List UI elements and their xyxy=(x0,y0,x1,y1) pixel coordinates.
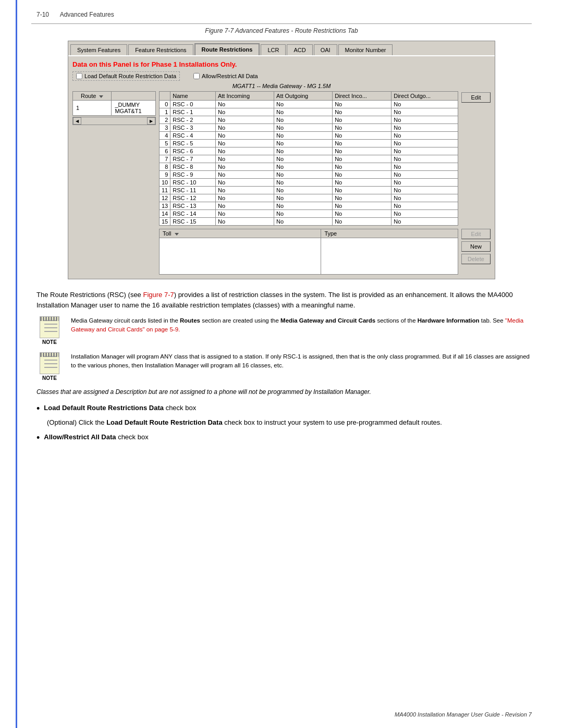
rsc-att-out: No xyxy=(274,140,333,147)
figure-link[interactable]: Figure 7-7 xyxy=(143,291,174,299)
rsc-dir-out-header[interactable]: Direct Outgo... xyxy=(391,92,458,101)
tab-oai[interactable]: OAI xyxy=(314,44,337,55)
edit-bottom-button[interactable]: Edit xyxy=(461,229,491,239)
note-1-icon: NOTE xyxy=(36,316,63,345)
rsc-row[interactable]: 2 RSC - 2 No No No No xyxy=(160,116,458,124)
rsc-att-in: No xyxy=(215,155,274,163)
rsc-dir-in: No xyxy=(333,179,391,187)
delete-button[interactable]: Delete xyxy=(461,254,491,264)
note-1-section: NOTE Media Gateway circuit cards listed … xyxy=(36,316,532,345)
load-checkbox[interactable] xyxy=(76,73,82,79)
type-cell xyxy=(321,238,458,275)
bullet-2-text: (Optional) Click the Load Default Route … xyxy=(47,417,532,428)
rsc-table: Name Att Incoming Att Outgoing Direct In… xyxy=(159,91,458,226)
rsc-dir-in-header[interactable]: Direct Inco... xyxy=(333,92,391,101)
phase-notice: Data on this Panel is for Phase 1 Instal… xyxy=(72,60,491,68)
note-2-text: Installation Manager will program ANY cl… xyxy=(71,352,532,371)
rsc-dir-in: No xyxy=(333,194,391,202)
rsc-dir-in: No xyxy=(333,210,391,218)
rsc-dir-in: No xyxy=(333,218,391,226)
rsc-row[interactable]: 12 RSC - 12 No No No No xyxy=(160,194,458,202)
route-num: 1 xyxy=(73,101,112,116)
tab-route-restrictions[interactable]: Route Restrictions xyxy=(194,43,260,55)
gateway-bar: MGATT1 -- Media Gateway - MG 1.5M xyxy=(72,83,491,89)
rsc-row[interactable]: 1 RSC - 1 No No No No xyxy=(160,108,458,116)
bullet-3-text: Allow/Restrict All Data check box xyxy=(44,432,532,442)
rsc-att-in: No xyxy=(215,140,274,147)
rsc-name: RSC - 0 xyxy=(170,101,216,108)
name-col-header[interactable] xyxy=(112,92,156,101)
rsc-idx: 0 xyxy=(160,101,170,108)
note-2-section: NOTE Installation Manager will program A… xyxy=(36,352,532,381)
rsc-idx: 9 xyxy=(160,171,170,179)
rsc-att-in: No xyxy=(215,132,274,140)
rsc-row[interactable]: 14 RSC - 14 No No No No xyxy=(160,210,458,218)
rsc-idx: 13 xyxy=(160,202,170,210)
rsc-row[interactable]: 15 RSC - 15 No No No No xyxy=(160,218,458,226)
rsc-idx: 10 xyxy=(160,179,170,187)
rsc-name: RSC - 7 xyxy=(170,155,216,163)
edit-top-button[interactable]: Edit xyxy=(461,92,491,103)
rsc-row[interactable]: 3 RSC - 3 No No No No xyxy=(160,124,458,132)
rsc-att-in: No xyxy=(215,202,274,210)
toll-table: Toll Type xyxy=(159,229,458,275)
route-row[interactable]: 1 _DUMMY MGAT&T1 xyxy=(73,101,156,116)
dialog-panel: System Features Feature Restrictions Rou… xyxy=(68,41,495,279)
rsc-name-header[interactable]: Name xyxy=(170,92,216,101)
rsc-att-in: No xyxy=(215,187,274,194)
allow-checkbox[interactable] xyxy=(193,73,200,79)
rsc-att-in-header[interactable]: Att Incoming xyxy=(215,92,274,101)
rsc-att-in: No xyxy=(215,194,274,202)
note-1-label: NOTE xyxy=(42,339,57,345)
rsc-row[interactable]: 8 RSC - 8 No No No No xyxy=(160,163,458,171)
rsc-idx: 14 xyxy=(160,210,170,218)
rsc-att-in: No xyxy=(215,101,274,108)
rsc-att-out: No xyxy=(274,194,333,202)
rsc-att-out: No xyxy=(274,171,333,179)
horizontal-scrollbar[interactable]: ◀ ▶ xyxy=(72,117,156,125)
tab-acd[interactable]: ACD xyxy=(287,44,312,55)
scroll-right-arrow[interactable]: ▶ xyxy=(147,117,155,125)
rsc-row[interactable]: 7 RSC - 7 No No No No xyxy=(160,155,458,163)
toll-col-header[interactable]: Toll xyxy=(160,229,321,238)
type-col-header[interactable]: Type xyxy=(321,229,458,238)
panel-body: Data on this Panel is for Phase 1 Instal… xyxy=(68,56,495,279)
tab-system-features[interactable]: System Features xyxy=(70,44,127,55)
left-panel: Route 1 _DUMMY MGAT&T1 xyxy=(72,91,156,226)
rsc-dir-out: No xyxy=(391,210,458,218)
tab-monitor-number[interactable]: Monitor Number xyxy=(338,44,393,55)
rsc-row[interactable]: 6 RSC - 6 No No No No xyxy=(160,147,458,155)
bullet-dot-3: • xyxy=(36,433,40,442)
rsc-row[interactable]: 11 RSC - 11 No No No No xyxy=(160,187,458,194)
right-panel: Name Att Incoming Att Outgoing Direct In… xyxy=(159,91,491,226)
rsc-dir-out: No xyxy=(391,171,458,179)
rsc-dir-in: No xyxy=(333,132,391,140)
rsc-att-out: No xyxy=(274,163,333,171)
rsc-dir-out: No xyxy=(391,163,458,171)
load-checkbox-label[interactable]: Load Default Route Restriction Data xyxy=(72,71,180,81)
rsc-row[interactable]: 10 RSC - 10 No No No No xyxy=(160,179,458,187)
tab-feature-restrictions[interactable]: Feature Restrictions xyxy=(128,44,193,55)
rsc-row[interactable]: 0 RSC - 0 No No No No xyxy=(160,101,458,108)
rsc-row[interactable]: 9 RSC - 9 No No No No xyxy=(160,171,458,179)
new-button[interactable]: New xyxy=(461,241,491,252)
rsc-idx: 12 xyxy=(160,194,170,202)
rsc-att-out-header[interactable]: Att Outgoing xyxy=(274,92,333,101)
tab-lcr[interactable]: LCR xyxy=(261,44,286,55)
rsc-att-out: No xyxy=(274,179,333,187)
rsc-att-out: No xyxy=(274,101,333,108)
rsc-name: RSC - 4 xyxy=(170,132,216,140)
rsc-row[interactable]: 4 RSC - 4 No No No No xyxy=(160,132,458,140)
allow-checkbox-label[interactable]: Allow/Restrict All Data xyxy=(190,72,261,80)
scroll-left-arrow[interactable]: ◀ xyxy=(73,117,81,125)
route-col-header[interactable]: Route xyxy=(73,92,112,101)
rsc-row[interactable]: 13 RSC - 13 No No No No xyxy=(160,202,458,210)
bullet-3: • Allow/Restrict All Data check box xyxy=(36,432,532,442)
page-number: 7-10 xyxy=(36,11,49,18)
rsc-dir-in: No xyxy=(333,101,391,108)
rsc-att-out: No xyxy=(274,116,333,124)
rsc-row[interactable]: 5 RSC - 5 No No No No xyxy=(160,140,458,147)
rsc-idx: 8 xyxy=(160,163,170,171)
rsc-idx: 3 xyxy=(160,124,170,132)
rsc-idx-header[interactable] xyxy=(160,92,170,101)
